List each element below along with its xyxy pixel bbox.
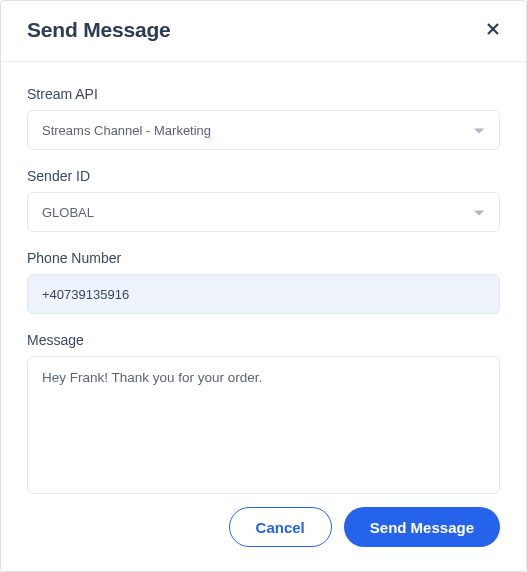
close-button[interactable]	[482, 17, 504, 43]
phone-number-group: Phone Number	[27, 250, 500, 314]
stream-api-group: Stream API Streams Channel - Marketing	[27, 86, 500, 150]
stream-api-label: Stream API	[27, 86, 500, 102]
modal-title: Send Message	[27, 18, 171, 42]
phone-number-input[interactable]	[27, 274, 500, 314]
chevron-down-icon	[473, 121, 485, 139]
message-textarea[interactable]	[27, 356, 500, 494]
send-message-button[interactable]: Send Message	[344, 507, 500, 547]
modal-body: Stream API Streams Channel - Marketing S…	[1, 62, 526, 497]
sender-id-select[interactable]: GLOBAL	[27, 192, 500, 232]
sender-id-label: Sender ID	[27, 168, 500, 184]
chevron-down-icon	[473, 203, 485, 221]
modal-footer: Cancel Send Message	[1, 497, 526, 571]
sender-id-group: Sender ID GLOBAL	[27, 168, 500, 232]
send-message-modal: Send Message Stream API Streams Channel …	[0, 0, 527, 572]
modal-header: Send Message	[1, 1, 526, 62]
message-label: Message	[27, 332, 500, 348]
message-group: Message 36 characters typed	[27, 332, 500, 497]
cancel-button[interactable]: Cancel	[229, 507, 332, 547]
sender-id-value: GLOBAL	[42, 205, 473, 220]
stream-api-value: Streams Channel - Marketing	[42, 123, 473, 138]
close-icon	[486, 20, 500, 40]
phone-number-label: Phone Number	[27, 250, 500, 266]
stream-api-select[interactable]: Streams Channel - Marketing	[27, 110, 500, 150]
